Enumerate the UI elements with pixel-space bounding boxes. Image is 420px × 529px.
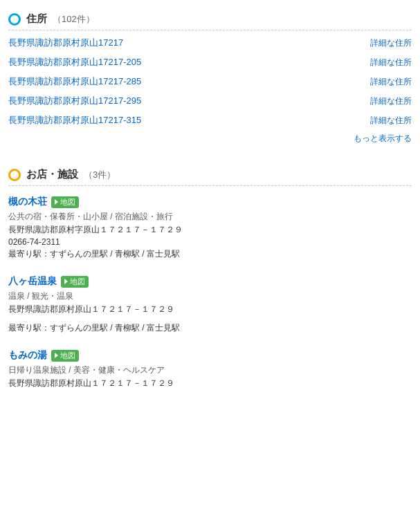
address-row: 長野県諏訪郡原村原山17217-285 詳細な住所 — [0, 72, 420, 91]
facility-section-header: お店・施設 （3件） — [0, 163, 420, 185]
facility-spacer-2 — [8, 317, 412, 322]
facility-name-row-2: 八ヶ岳温泉 地図 — [8, 275, 412, 288]
facility-name-row-1: 槻の木荘 地図 — [8, 196, 412, 208]
map-badge-label-2: 地図 — [70, 277, 85, 287]
facility-map-badge-1[interactable]: 地図 — [51, 196, 79, 208]
facility-category-3: 日帰り温泉施設 / 美容・健康・ヘルスケア — [8, 364, 412, 376]
detail-link-1[interactable]: 詳細な住所 — [370, 37, 412, 49]
facility-address-1: 長野県諏訪郡原村字原山１７２１７－１７２９ — [8, 224, 412, 236]
facility-name-link-3[interactable]: もみの湯 — [8, 349, 47, 362]
facility-name-row-3: もみの湯 地図 — [8, 349, 412, 362]
facility-address-3: 長野県諏訪郡原村原山１７２１７－１７２９ — [8, 378, 412, 389]
address-section-divider — [8, 30, 412, 30]
address-row: 長野県諏訪郡原村原山17217-205 詳細な住所 — [0, 53, 420, 72]
address-link-4[interactable]: 長野県諏訪郡原村原山17217-295 — [8, 95, 141, 107]
address-link-3[interactable]: 長野県諏訪郡原村原山17217-285 — [8, 75, 141, 88]
facility-station-1: 最寄り駅：すずらんの里駅 / 青柳駅 / 富士見駅 — [8, 248, 412, 260]
facility-section-title: お店・施設 — [26, 168, 78, 181]
facility-item-1: 槻の木荘 地図 公共の宿・保養所・山小屋 / 宿泊施設・旅行 長野県諏訪郡原村字… — [0, 189, 420, 268]
facility-map-badge-2[interactable]: 地図 — [61, 276, 89, 288]
map-badge-label-1: 地図 — [60, 197, 75, 207]
facility-name-link-1[interactable]: 槻の木荘 — [8, 196, 47, 208]
section-gap — [0, 150, 420, 163]
detail-link-5[interactable]: 詳細な住所 — [370, 115, 412, 127]
address-link-5[interactable]: 長野県諏訪郡原村原山17217-315 — [8, 114, 141, 127]
address-section-count: （102件） — [53, 13, 95, 26]
address-row: 長野県諏訪郡原村原山17217-295 詳細な住所 — [0, 91, 420, 111]
map-badge-label-3: 地図 — [60, 351, 75, 361]
facility-section-icon — [8, 169, 21, 181]
facility-station-2: 最寄り駅：すずらんの里駅 / 青柳駅 / 富士見駅 — [8, 322, 412, 334]
facility-item-2: 八ヶ岳温泉 地図 温泉 / 観光・温泉 長野県諏訪郡原村原山１７２１７－１７２９… — [0, 268, 420, 342]
map-badge-arrow-icon — [55, 199, 58, 205]
facility-item-3: もみの湯 地図 日帰り温泉施設 / 美容・健康・ヘルスケア 長野県諏訪郡原村原山… — [0, 342, 420, 398]
address-section: 住所 （102件） 長野県諏訪郡原村原山17217 詳細な住所 長野県諏訪郡原村… — [0, 7, 420, 150]
address-section-icon — [8, 13, 21, 26]
facility-phone-1: 0266-74-2311 — [8, 237, 412, 247]
facility-category-2: 温泉 / 観光・温泉 — [8, 290, 412, 302]
map-badge-arrow-icon-3 — [55, 353, 58, 358]
address-link-2[interactable]: 長野県諏訪郡原村原山17217-205 — [8, 56, 141, 68]
address-section-title: 住所 — [26, 12, 47, 26]
facility-name-link-2[interactable]: 八ヶ岳温泉 — [8, 275, 57, 288]
address-section-header: 住所 （102件） — [0, 7, 420, 30]
more-link[interactable]: もっと表示する — [354, 133, 412, 143]
facility-section: お店・施設 （3件） 槻の木荘 地図 公共の宿・保養所・山小屋 / 宿泊施設・旅… — [0, 163, 420, 398]
facility-section-count: （3件） — [84, 169, 116, 181]
facility-section-divider — [8, 185, 412, 186]
address-link-1[interactable]: 長野県諏訪郡原村原山17217 — [8, 37, 123, 49]
more-link-row: もっと表示する — [0, 130, 420, 150]
detail-link-4[interactable]: 詳細な住所 — [370, 95, 412, 107]
detail-link-2[interactable]: 詳細な住所 — [370, 57, 412, 68]
facility-map-badge-3[interactable]: 地図 — [51, 350, 79, 362]
address-row: 長野県諏訪郡原村原山17217 詳細な住所 — [0, 33, 420, 53]
address-row: 長野県諏訪郡原村原山17217-315 詳細な住所 — [0, 111, 420, 130]
facility-address-2: 長野県諏訪郡原村原山１７２１７－１７２９ — [8, 304, 412, 315]
facility-category-1: 公共の宿・保養所・山小屋 / 宿泊施設・旅行 — [8, 211, 412, 223]
map-badge-arrow-icon-2 — [64, 279, 68, 284]
detail-link-3[interactable]: 詳細な住所 — [370, 76, 412, 88]
